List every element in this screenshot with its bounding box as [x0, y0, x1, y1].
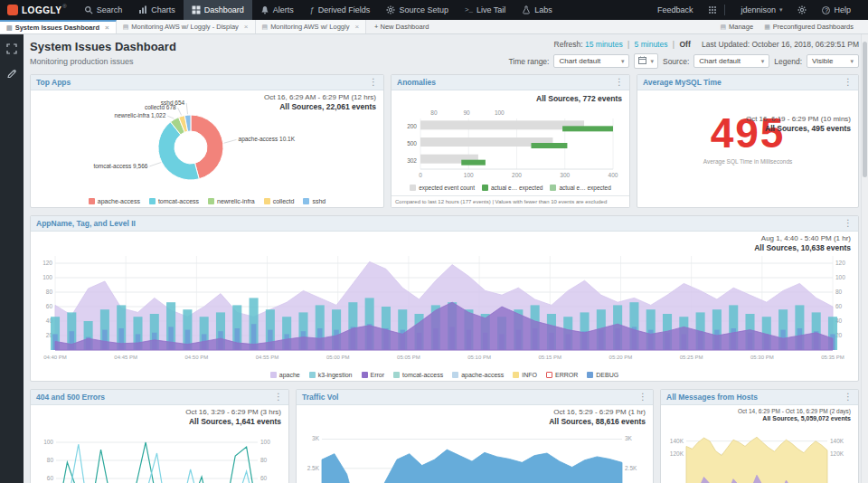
panel-menu-icon[interactable]: ⋮ [369, 78, 378, 87]
legend-item[interactable]: tomcat-access [149, 198, 199, 204]
refresh-5-link[interactable]: 5 minutes [635, 40, 668, 49]
panel-period: Oct 16, 6:29 AM - 6:29 PM (12 hrs) [264, 93, 376, 101]
panel-menu-icon[interactable]: ⋮ [844, 393, 853, 402]
legend-label: apache [279, 372, 300, 378]
loggly-logo[interactable]: LOGGLY ® [0, 0, 76, 20]
svg-text:120K: 120K [830, 450, 844, 457]
panel-menu-icon[interactable]: ⋮ [844, 78, 853, 87]
source-select[interactable]: Chart default▾ [693, 54, 769, 68]
svg-text:100: 100 [835, 274, 845, 280]
panel-menu-icon[interactable]: ⋮ [844, 219, 853, 228]
svg-text:100: 100 [495, 109, 505, 116]
refresh-off-toggle[interactable]: Off [679, 40, 690, 49]
svg-text:05:05 PM: 05:05 PM [397, 355, 420, 360]
messages-area-chart: 120K120K140K140K [665, 429, 849, 483]
dashboard-grid-icon [192, 5, 201, 14]
tab-monitoring-aws[interactable]: ▤ Monitoring AWS w/ Loggly × [256, 20, 367, 33]
panel-menu-icon[interactable]: ⋮ [274, 393, 283, 402]
svg-text:80: 80 [47, 457, 54, 463]
new-dashboard-button[interactable]: + New Dashboard [366, 20, 437, 33]
legend-label: Error [371, 372, 385, 378]
legend-item[interactable]: apache [270, 372, 300, 378]
panel-anomalies: Anomalies ⋮ All Sources, 772 events 8090… [391, 74, 630, 208]
legend-swatch [482, 185, 488, 191]
legend-swatch [208, 198, 214, 204]
expand-icon[interactable] [6, 43, 17, 54]
anomalies-bar-chart: 80901000100200300400200500302 [397, 109, 624, 179]
dashboard-main: System Issues Dashboard Monitoring produ… [24, 34, 868, 483]
legend-item[interactable]: ERROR [546, 372, 578, 378]
preconfigured-dashboards-button[interactable]: ▦ Preconfigured Dashboards [764, 23, 854, 31]
settings-gear-icon[interactable] [797, 5, 807, 14]
tabbar-right: ▤ Manage ▦ Preconfigured Dashboards [720, 20, 868, 33]
legend-item[interactable]: actual e… expected [482, 185, 542, 191]
panel-menu-icon[interactable]: ⋮ [615, 78, 624, 87]
feedback-button[interactable]: Feedback [649, 5, 702, 14]
chevron-down-icon: ▾ [621, 58, 625, 65]
panel-header: Traffic Vol ⋮ [297, 390, 653, 405]
legend-label: apache-access [461, 372, 504, 378]
panel-summary: All Sources, 772 events [536, 94, 622, 103]
calendar-button[interactable]: ▾ [634, 53, 658, 69]
nav-item-live-tail[interactable]: >_ Live Tail [457, 0, 514, 20]
tab-monitoring-aws-display[interactable]: ▤ Monitoring AWS w/ Loggly - Display × [117, 20, 256, 33]
svg-text:05:30 PM: 05:30 PM [750, 355, 774, 360]
tab-system-issues-dashboard[interactable]: ▤ System Issues Dashboard × [0, 20, 117, 33]
nav-item-dashboard[interactable]: Dashboard [184, 0, 252, 20]
close-icon[interactable]: × [105, 24, 109, 32]
legend-label: expected event count [419, 185, 475, 191]
help-button[interactable]: ? Help [814, 5, 859, 14]
legend-item[interactable]: k3-ingestion [309, 372, 353, 378]
panel-summary: All Sources, 22,061 events [264, 102, 376, 111]
legend-item[interactable]: tomcat-access [393, 372, 443, 378]
legend-item[interactable]: INFO [513, 372, 537, 378]
svg-text:200: 200 [407, 123, 417, 129]
legend-item[interactable]: apache-access [89, 198, 140, 204]
legend-select[interactable]: Visible▾ [807, 54, 859, 68]
preconfigured-dashboards-icon: ▦ [764, 24, 770, 31]
panel-appname-tag-level: AppName, Tag, and Level II ⋮ Aug 1, 4:40… [30, 215, 859, 382]
refresh-15-link[interactable]: 15 minutes [585, 40, 623, 49]
legend-label: DEBUG [596, 372, 618, 378]
legend-item[interactable]: actual e… expected [550, 185, 610, 191]
apps-grid-icon[interactable] [708, 5, 717, 14]
nav-item-search[interactable]: Search [76, 0, 131, 20]
panel-header: AppName, Tag, and Level II ⋮ [31, 216, 858, 232]
legend-item[interactable]: apache-access [452, 372, 504, 378]
chevron-down-icon: ▾ [761, 58, 765, 65]
legend-item[interactable]: newrelic-infra [208, 198, 255, 204]
svg-text:100: 100 [42, 274, 52, 280]
legend-item[interactable]: expected event count [410, 185, 475, 191]
nav-item-derived-fields[interactable]: ƒ Derived Fields [302, 0, 379, 20]
nav-item-source-setup[interactable]: Source Setup [378, 0, 457, 20]
top-apps-legend: apache-access tomcat-access newrelic-inf… [31, 198, 383, 204]
svg-text:apache-access 10.1K: apache-access 10.1K [239, 136, 296, 143]
refresh-row: Refresh: 15 minutes | 5 minutes | Off La… [508, 40, 859, 49]
panel-summary: All Sources, 495 events [746, 124, 851, 133]
svg-text:60: 60 [260, 475, 268, 481]
close-icon[interactable]: × [244, 23, 249, 31]
legend-swatch [410, 185, 416, 191]
scrollbar-thumb[interactable] [863, 42, 867, 177]
nav-item-labs[interactable]: Labs [514, 0, 561, 20]
nav-item-charts[interactable]: Charts [130, 0, 184, 20]
panel-title: Top Apps [36, 78, 71, 87]
time-range-select[interactable]: Chart default▾ [553, 54, 629, 68]
live-tail-icon: >_ [465, 6, 473, 14]
legend-item[interactable]: Error [362, 372, 385, 378]
user-menu[interactable]: jdennison ▾ [732, 5, 790, 14]
manage-button[interactable]: ▤ Manage [720, 23, 753, 31]
legend-label: tomcat-access [158, 198, 199, 204]
edit-dashboard-icon[interactable] [6, 67, 17, 78]
legend-item[interactable]: DEBUG [587, 372, 618, 378]
last-updated-text: Last Updated: October 16, 2018, 06:29:51… [702, 40, 859, 49]
panel-menu-icon[interactable]: ⋮ [638, 393, 647, 402]
svg-text:500: 500 [407, 140, 417, 147]
legend-item[interactable]: collectd [264, 198, 295, 204]
navbar-right: Feedback jdennison ▾ ? Help [649, 0, 868, 20]
svg-text:90: 90 [464, 109, 471, 116]
vertical-scrollbar[interactable] [861, 34, 868, 483]
close-icon[interactable]: × [354, 23, 359, 31]
nav-item-alerts[interactable]: Alerts [252, 0, 302, 20]
legend-item[interactable]: sshd [303, 198, 326, 204]
